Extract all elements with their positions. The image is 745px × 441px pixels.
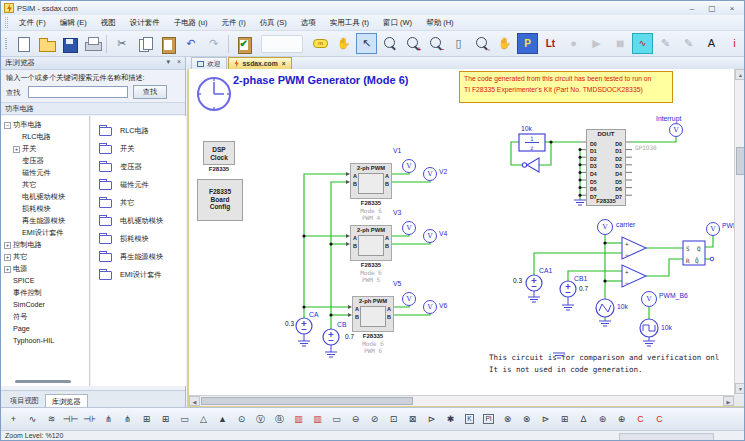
stop-simulation-icon[interactable]: ● <box>563 33 584 54</box>
scroll-down-icon[interactable]: ▼ <box>735 383 745 394</box>
square-wave-source[interactable] <box>640 319 658 337</box>
dc-source-icon[interactable]: ⊖ <box>347 410 365 428</box>
inductor-icon[interactable]: ≋ <box>43 410 61 428</box>
expand-icon[interactable]: + <box>4 266 11 273</box>
diode-icon[interactable]: △ <box>195 410 213 428</box>
tab-welcome[interactable]: 欢迎 <box>191 57 227 69</box>
subcircuit-icon[interactable]: ▭ <box>328 410 346 428</box>
pause-simulation-icon[interactable]: ▮▮ <box>609 33 630 54</box>
pwm-block-2[interactable]: 2-ph PWM AB AB F28335 Mode 6 PWM 5 <box>350 225 392 283</box>
probe-v4[interactable]: V <box>423 229 437 243</box>
triangle-source-icon[interactable]: ⊠ <box>404 410 422 428</box>
menu-options[interactable]: 选项 <box>294 15 323 30</box>
scroll-right-icon[interactable]: ▶ <box>723 396 734 406</box>
tree-item[interactable]: 磁性元件 <box>1 167 89 179</box>
tree-scrollbar[interactable] <box>15 380 71 383</box>
part-label-icon[interactable]: m <box>310 33 331 54</box>
zener-diode-icon[interactable]: ▲ <box>214 410 232 428</box>
tree-item[interactable]: EMI设计套件 <box>1 227 89 239</box>
horizontal-scrollbar[interactable]: ◀ ▶ <box>189 395 734 406</box>
schematic-canvas[interactable]: 1 z + − + − S Q R <box>187 69 745 407</box>
expand-icon[interactable]: + <box>4 254 11 261</box>
tree-item[interactable]: 再生能源模块 <box>1 215 89 227</box>
sine-source-icon[interactable]: ⊘ <box>366 410 384 428</box>
probe-pwm-b6[interactable]: V <box>641 291 657 307</box>
comparator-2[interactable]: + − <box>622 265 646 287</box>
ammeter-icon[interactable]: ⓐ <box>271 410 289 428</box>
tree-item[interactable]: −功率电路 <box>1 119 89 131</box>
vertical-scrollbar[interactable]: ▲ ▼ <box>734 69 745 395</box>
tree-item[interactable]: SPICE <box>1 275 89 287</box>
multiplier-icon[interactable]: ⊛ <box>594 410 612 428</box>
tree-item[interactable]: RLC电路 <box>1 131 89 143</box>
list-item[interactable]: 再生能源模块 <box>91 248 186 266</box>
pi-controller-icon[interactable]: PI <box>480 410 498 428</box>
transistor-icon[interactable]: ⋔ <box>100 410 118 428</box>
dsp-clock-block[interactable]: DSP Clock <box>203 141 235 165</box>
tab-ssdax[interactable]: ssdax.com × <box>228 57 292 69</box>
voltmeter-icon[interactable]: ⓥ <box>252 410 270 428</box>
free-run-icon[interactable]: P <box>517 33 538 54</box>
run-simulation-icon[interactable]: ▶ <box>586 33 607 54</box>
menu-utilities[interactable]: 实用工具 (t) <box>323 15 376 30</box>
scroll-left-icon[interactable]: ◀ <box>189 396 200 406</box>
voltage-probe-icon[interactable]: ⊙ <box>233 410 251 428</box>
menu-file[interactable]: 文件 (F) <box>12 15 53 30</box>
menu-simulate[interactable]: 仿真 (S) <box>253 15 294 30</box>
comparator-1[interactable]: + − <box>622 237 646 259</box>
tab-project-view[interactable]: 项目视图 <box>4 394 45 407</box>
dc-source-ca1[interactable] <box>526 275 542 291</box>
panel-pin-icon[interactable]: ▾ <box>166 58 170 65</box>
abc-dq-transform-icon[interactable]: ⊗ <box>499 410 517 428</box>
menu-help[interactable]: 帮助 (H) <box>419 15 461 30</box>
board-config-block[interactable]: F28335 Board Config <box>197 179 243 221</box>
opamp-icon[interactable]: ⊳ <box>423 410 441 428</box>
current-probe-icon[interactable]: ✱ <box>442 410 460 428</box>
c-script-icon[interactable]: C <box>651 410 669 428</box>
menu-window[interactable]: 窗口 (W) <box>376 15 419 30</box>
list-item[interactable]: 电机驱动模块 <box>91 212 186 230</box>
scroll-up-icon[interactable]: ▲ <box>735 69 745 80</box>
dq-abc-transform-icon[interactable]: ⊗ <box>518 410 536 428</box>
dout-block[interactable]: DOUT F28335 D0D0D1D1D2D2D3D3D4D4D5D5D6D6… <box>586 129 626 206</box>
triangle-wave-source[interactable] <box>596 299 614 317</box>
list-item[interactable]: 其它 <box>91 194 186 212</box>
collapse-icon[interactable]: − <box>4 122 11 129</box>
vertical-scroll-thumb[interactable] <box>736 147 745 175</box>
cut-icon[interactable]: ✂ <box>111 33 132 54</box>
pan-hand-icon[interactable]: ✋ <box>333 33 354 54</box>
copy-icon[interactable] <box>134 33 155 54</box>
info-icon[interactable]: i <box>724 33 745 54</box>
list-item[interactable]: 变压器 <box>91 158 186 176</box>
expand-icon[interactable]: + <box>4 242 11 249</box>
menu-design-suites[interactable]: 设计套件 <box>123 15 167 30</box>
tree-item[interactable]: 符号 <box>1 311 89 323</box>
tree-item[interactable]: +电源 <box>1 263 89 275</box>
select-arrow-icon[interactable]: ↖ <box>356 33 377 54</box>
diode-bridge-icon[interactable]: ⊞ <box>157 410 175 428</box>
find-button[interactable]: 查找 <box>133 85 167 99</box>
tree-item[interactable]: +控制电路 <box>1 239 89 251</box>
list-item[interactable]: EMI设计套件 <box>91 266 186 284</box>
panel-close-icon[interactable]: × <box>177 58 181 65</box>
scope-2ch-icon[interactable]: ▥ <box>309 410 327 428</box>
gain-block-icon[interactable]: K <box>461 410 479 428</box>
list-item[interactable]: 损耗模块 <box>91 230 186 248</box>
square-source-icon[interactable]: ⊡ <box>385 410 403 428</box>
capacitor-icon[interactable]: ⊣⊢ <box>62 410 80 428</box>
simulation-check-icon[interactable]: ✔ <box>233 33 254 54</box>
search-input[interactable] <box>28 86 128 98</box>
expand-icon[interactable]: + <box>13 146 20 153</box>
open-file-icon[interactable] <box>35 33 56 54</box>
tree-item[interactable]: 事件控制 <box>1 287 89 299</box>
mux-icon[interactable]: ∆ <box>575 410 593 428</box>
wire-icon[interactable]: + <box>5 410 23 428</box>
probe-v6[interactable]: V <box>423 300 437 314</box>
divider-icon[interactable]: ⊕ <box>613 410 631 428</box>
sum-block-icon[interactable]: ⊞ <box>556 410 574 428</box>
probe-v5[interactable]: V <box>402 292 416 306</box>
tree-item[interactable]: 损耗模块 <box>1 203 89 215</box>
close-button[interactable]: × <box>722 2 742 15</box>
horizontal-scroll-thumb[interactable] <box>201 397 413 405</box>
sr-latch[interactable]: S Q R Q̄ <box>683 241 714 265</box>
